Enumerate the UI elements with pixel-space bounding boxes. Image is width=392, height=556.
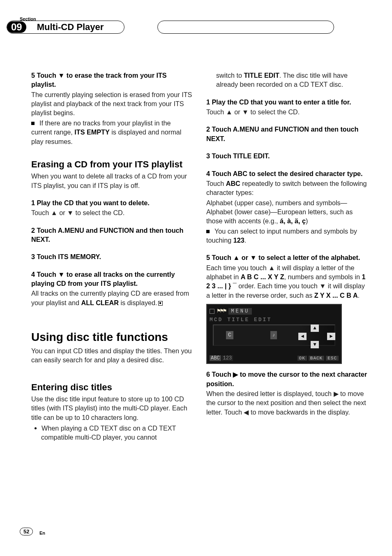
- erase-heading: Erasing a CD from your ITS playlist: [31, 158, 192, 171]
- r-step4-note: You can select to input numbers and symb…: [206, 227, 367, 245]
- erase-step1-body: Touch ▲ or ▼ to select the CD.: [31, 208, 192, 217]
- page-title: Multi-CD Player: [26, 22, 125, 32]
- erase-intro: When you want to delete all tracks of a …: [31, 171, 192, 190]
- step-5-note: If there are no tracks from your playlis…: [31, 118, 192, 146]
- action-row: OKBACKESC: [296, 355, 339, 362]
- page-number: 52: [20, 528, 33, 535]
- checkbox-icon: [210, 309, 214, 314]
- enter-bullet: When playing a CD TEXT disc on a CD TEXT…: [31, 424, 192, 442]
- title-edit-screenshot: ⚑⚑⚑ MENU MCD TITLE EDIT C ♪ ▲ ▼ ◀ ▶ ABC1…: [206, 304, 342, 364]
- r4-lead: Touch: [206, 180, 226, 187]
- r-step5-body: Each time you touch ▲ it will display a …: [206, 263, 367, 300]
- 123-label: 123: [233, 236, 244, 244]
- section-label: Section: [20, 16, 36, 21]
- erase-step4-head: 4 Touch ▼ to erase all tracks on the cur…: [31, 270, 192, 288]
- r-step4-types: Alphabet (upper case), numbers and symbo…: [206, 198, 367, 226]
- r4-note-tail: .: [244, 236, 247, 244]
- seq-abc: A B C ... X Y Z: [241, 273, 284, 280]
- cont-lead: switch to: [216, 72, 244, 79]
- empty-pill: [157, 21, 334, 34]
- r-step6-body: When the desired letter is displayed, to…: [206, 389, 367, 417]
- ok-button[interactable]: OK: [297, 356, 307, 361]
- erase-step4-body: All tracks on the currently playing CD a…: [31, 289, 192, 307]
- r-step2-head: 2 Touch A.MENU and FUNCTION and then tou…: [206, 125, 367, 143]
- title-edit-label: TITLE EDIT: [244, 72, 279, 79]
- r-step3-head: 3 Touch TITLE EDIT.: [206, 151, 367, 160]
- r4-note-lead: You can select to input numbers and symb…: [206, 227, 357, 244]
- square-bullet-icon: [31, 122, 35, 125]
- step-5-head: 5 Touch ▼ to erase the track from your I…: [31, 71, 192, 89]
- r-step1-body: Touch ▲ or ▼ to select the CD.: [206, 107, 367, 116]
- menu-label: MENU: [228, 308, 252, 315]
- using-intro: You can input CD titles and display the …: [31, 346, 192, 365]
- section-number: 09: [7, 21, 26, 33]
- up-arrow-button[interactable]: ▲: [311, 324, 319, 332]
- r-step1-head: 1 Play the CD that you want to enter a t…: [206, 97, 367, 107]
- abc-label: ABC: [226, 180, 240, 187]
- end-mark-icon: [158, 301, 163, 306]
- accents-label: á, à, ä, ç: [280, 217, 306, 225]
- r-step4-body1: Touch ABC repeatedly to switch between t…: [206, 179, 367, 197]
- erase-step2-head: 2 Touch A.MENU and FUNCTION and then tou…: [31, 226, 192, 244]
- dot-bullet-icon: [35, 427, 37, 429]
- enter-body: Use the disc title input feature to stor…: [31, 394, 192, 422]
- mode-row: ABC123: [210, 355, 234, 362]
- back-button[interactable]: BACK: [309, 356, 324, 361]
- current-letter: C: [226, 331, 233, 339]
- title-pill: 09 Multi-CD Player: [7, 21, 125, 34]
- r-step4-head: 4 Touch ABC to select the desired charac…: [206, 169, 367, 178]
- page-header: 09 Multi-CD Player: [14, 21, 392, 34]
- lang-label: En: [39, 531, 45, 535]
- enter-heading: Entering disc titles: [31, 381, 192, 394]
- right-arrow-button[interactable]: ▶: [327, 333, 335, 340]
- types-tail: ): [306, 217, 308, 225]
- square-bullet-icon: [206, 230, 210, 233]
- mcd-title-edit-label: MCD TITLE EDIT: [210, 316, 339, 324]
- erase-step1-head: 1 Play the CD that you want to delete.: [31, 198, 192, 207]
- seq-zyx: Z Y X ... C B A: [314, 292, 358, 299]
- abc-mode-button[interactable]: ABC: [210, 355, 221, 361]
- r-step5-head: 5 Touch ▲ or ▼ to select a letter of the…: [206, 253, 367, 262]
- r5-tail: .: [358, 292, 360, 299]
- its-empty-label: ITS EMPTY: [74, 128, 109, 136]
- left-arrow-button[interactable]: ◀: [298, 333, 307, 340]
- esc-button[interactable]: ESC: [326, 356, 339, 361]
- 123-mode-button[interactable]: 123: [222, 355, 233, 361]
- enter-bullet-text: When playing a CD TEXT disc on a CD TEXT…: [41, 424, 176, 441]
- r-step6-head: 6 Touch ▶ to move the cursor to the next…: [206, 370, 367, 388]
- cont-line: switch to TITLE EDIT. The disc title wil…: [206, 71, 367, 89]
- column-right: switch to TITLE EDIT. The disc title wil…: [206, 71, 367, 443]
- signal-icon: ⚑⚑⚑: [217, 307, 226, 315]
- column-left: 5 Touch ▼ to erase the track from your I…: [31, 71, 192, 443]
- erase-step3-head: 3 Touch ITS MEMORY.: [31, 252, 192, 261]
- r5-mid: , numbers and symbols in: [284, 273, 362, 280]
- step4-tail: is displayed.: [119, 299, 157, 306]
- using-heading: Using disc title functions: [31, 329, 192, 345]
- step-5-body: The currently playing selection is erase…: [31, 90, 192, 118]
- down-arrow-button[interactable]: ▼: [311, 341, 319, 348]
- note-icon: ♪: [270, 331, 277, 339]
- all-clear-label: ALL CLEAR: [81, 299, 118, 306]
